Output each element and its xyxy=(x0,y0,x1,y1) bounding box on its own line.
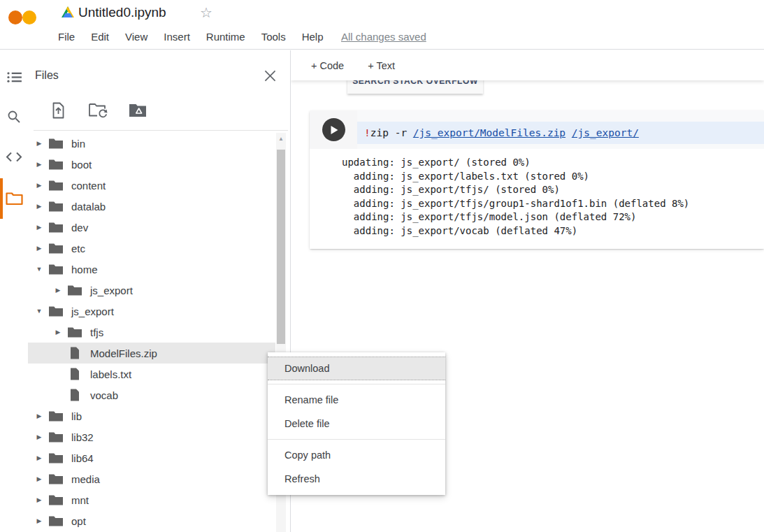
tree-item-label: lib32 xyxy=(71,431,94,443)
tree-folder-etc[interactable]: ▶etc xyxy=(28,238,275,259)
tree-file-ModelFiles.zip[interactable]: ModelFiles.zip xyxy=(28,343,275,364)
context-menu-item-refresh[interactable]: Refresh xyxy=(268,467,445,491)
chevron-down-icon[interactable]: ▼ xyxy=(32,308,46,315)
notebook-title[interactable]: Untitled0.ipynb xyxy=(78,5,166,20)
tree-folder-home[interactable]: ▼home xyxy=(28,259,275,280)
close-icon[interactable] xyxy=(260,66,280,85)
menu-help[interactable]: Help xyxy=(302,31,324,43)
chevron-right-icon[interactable]: ▶ xyxy=(32,161,46,168)
chevron-right-icon[interactable]: ▶ xyxy=(32,245,46,252)
output-line: updating: js_export/ (stored 0%) xyxy=(342,156,764,170)
tree-item-label: lib xyxy=(71,410,82,422)
context-menu-item-rename-file[interactable]: Rename file xyxy=(268,388,445,412)
tree-item-label: dev xyxy=(71,222,88,233)
chevron-right-icon[interactable]: ▶ xyxy=(32,475,46,482)
context-menu-group: Copy pathRefresh xyxy=(268,439,445,494)
tree-item-label: content xyxy=(71,180,106,192)
tree-folder-lib64[interactable]: ▶lib64 xyxy=(28,447,275,468)
add-code-button[interactable]: + Code xyxy=(311,60,344,71)
tree-folder-dev[interactable]: ▶dev xyxy=(28,217,275,238)
menu-view[interactable]: View xyxy=(125,31,147,43)
chevron-right-icon[interactable]: ▶ xyxy=(32,454,46,461)
tree-folder-mnt[interactable]: ▶mnt xyxy=(28,489,275,510)
tree-folder-media[interactable]: ▶media xyxy=(28,468,275,489)
code-token-plain: zip -r xyxy=(370,127,413,138)
menu-insert[interactable]: Insert xyxy=(164,31,190,43)
colab-logo-ring-right xyxy=(22,10,36,24)
colab-logo-ring-left xyxy=(8,10,22,24)
panel-divider xyxy=(34,130,288,131)
refresh-folder-icon[interactable] xyxy=(88,101,108,120)
code-editor[interactable]: !zip -r /js_export/ModelFiles.zip /js_ex… xyxy=(357,110,764,149)
menu-runtime[interactable]: Runtime xyxy=(206,31,245,43)
scrollbar-thumb[interactable] xyxy=(277,150,285,344)
menu-bar: FileEditViewInsertRuntimeToolsHelp xyxy=(58,31,324,43)
tree-item-label: boot xyxy=(71,159,92,171)
run-cell-button[interactable] xyxy=(322,118,345,141)
add-text-button[interactable]: + Text xyxy=(368,60,395,71)
tree-item-label: tfjs xyxy=(90,326,103,338)
code-snippets-icon[interactable] xyxy=(0,143,28,171)
tree-folder-lib32[interactable]: ▶lib32 xyxy=(28,426,275,447)
tree-folder-opt[interactable]: ▶opt xyxy=(28,510,275,531)
chevron-right-icon[interactable]: ▶ xyxy=(32,140,46,147)
chevron-right-icon[interactable]: ▶ xyxy=(32,182,46,189)
cell-gutter xyxy=(310,110,357,149)
upload-file-icon[interactable] xyxy=(48,101,68,120)
tree-folder-js_export[interactable]: ▼js_export xyxy=(28,301,275,322)
tree-item-label: home xyxy=(71,264,98,275)
chevron-down-icon[interactable]: ▼ xyxy=(32,266,46,273)
code-token-path: /js_export/ xyxy=(572,127,639,138)
chevron-right-icon[interactable]: ▶ xyxy=(32,433,46,440)
folder-icon xyxy=(48,180,64,192)
save-status[interactable]: All changes saved xyxy=(341,31,426,43)
tree-item-label: labels.txt xyxy=(90,368,131,380)
colab-logo[interactable] xyxy=(8,10,48,36)
tree-item-label: bin xyxy=(71,138,85,150)
search-icon[interactable] xyxy=(0,103,28,131)
code-cell: !zip -r /js_export/ModelFiles.zip /js_ex… xyxy=(310,110,764,249)
tree-folder-tfjs[interactable]: ▶tfjs xyxy=(28,322,275,343)
code-line[interactable]: !zip -r /js_export/ModelFiles.zip /js_ex… xyxy=(357,122,764,144)
code-token-plain xyxy=(565,127,572,138)
star-outline-icon[interactable]: ☆ xyxy=(200,4,212,21)
chevron-right-icon[interactable]: ▶ xyxy=(32,496,46,503)
code-cell-editor-row: !zip -r /js_export/ModelFiles.zip /js_ex… xyxy=(310,110,764,149)
tree-folder-js_export[interactable]: ▶js_export xyxy=(28,280,275,301)
output-line: adding: js_export/tfjs/ (stored 0%) xyxy=(342,183,764,197)
menu-tools[interactable]: Tools xyxy=(261,31,286,43)
tree-folder-boot[interactable]: ▶boot xyxy=(28,154,275,175)
chevron-right-icon[interactable]: ▶ xyxy=(51,287,65,294)
chevron-right-icon[interactable]: ▶ xyxy=(32,203,46,210)
mount-drive-icon[interactable] xyxy=(128,101,147,120)
context-menu-item-download[interactable]: Download xyxy=(268,357,445,380)
activity-rail xyxy=(0,50,28,532)
context-menu-group: Download xyxy=(268,353,445,384)
folder-icon xyxy=(48,138,64,150)
menu-edit[interactable]: Edit xyxy=(91,31,109,43)
files-icon[interactable] xyxy=(0,185,28,213)
files-panel: Files ▶bin▶boot▶content▶datalab▶dev▶etc▼… xyxy=(28,50,291,532)
tree-folder-lib[interactable]: ▶lib xyxy=(28,405,275,426)
context-menu-item-delete-file[interactable]: Delete file xyxy=(268,412,445,436)
tree-file-vocab[interactable]: vocab xyxy=(28,384,275,405)
chevron-right-icon[interactable]: ▶ xyxy=(51,329,65,336)
tree-folder-content[interactable]: ▶content xyxy=(28,175,275,196)
tree-file-labels.txt[interactable]: labels.txt xyxy=(28,364,275,384)
tree-item-label: opt xyxy=(71,515,86,527)
chevron-right-icon[interactable]: ▶ xyxy=(32,412,46,419)
chevron-right-icon[interactable]: ▶ xyxy=(32,224,46,231)
folder-icon xyxy=(48,473,64,485)
menu-file[interactable]: File xyxy=(58,31,75,43)
chevron-right-icon[interactable]: ▶ xyxy=(32,517,46,524)
tree-folder-bin[interactable]: ▶bin xyxy=(28,133,275,154)
folder-icon xyxy=(48,159,64,171)
notebook-toolbar: + Code + Text xyxy=(291,50,764,80)
google-drive-icon xyxy=(62,6,74,20)
tree-item-label: lib64 xyxy=(71,452,94,464)
folder-icon xyxy=(48,494,64,506)
context-menu-item-copy-path[interactable]: Copy path xyxy=(268,443,445,467)
tree-folder-datalab[interactable]: ▶datalab xyxy=(28,196,275,217)
scrollbar-up-arrow[interactable]: ▲ xyxy=(276,136,286,142)
table-of-contents-icon[interactable] xyxy=(0,63,28,91)
